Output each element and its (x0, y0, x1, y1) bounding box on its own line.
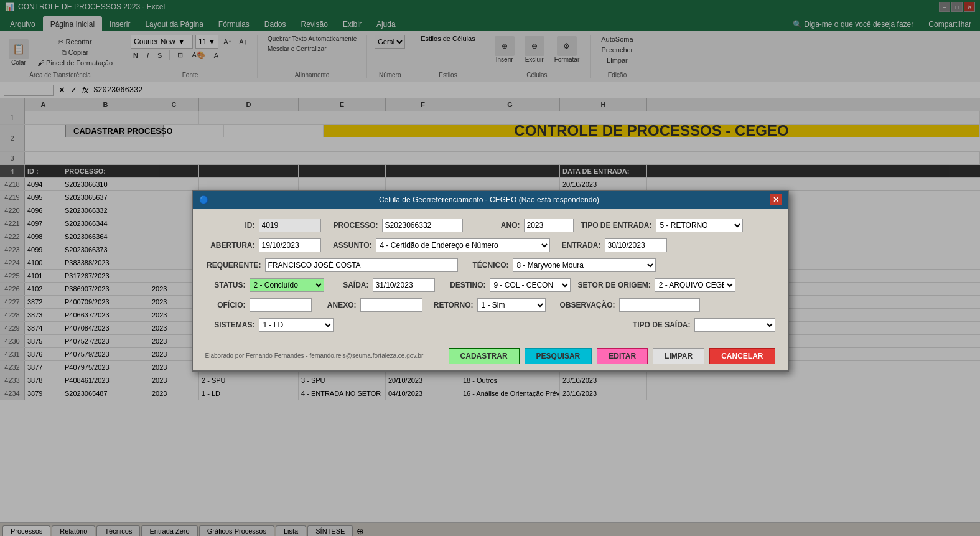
anexo-label: ANEXO: (319, 301, 357, 309)
sistemas-select[interactable]: 1 - LD 2 - SIGPRE (259, 318, 334, 332)
processo-input[interactable] (382, 219, 463, 232)
ano-input[interactable] (524, 219, 574, 232)
entrada-label: ENTRADA: (558, 241, 601, 250)
destino-select[interactable]: 9 - COL - CECON 1 - COL (490, 278, 571, 292)
retorno-group: RETORNO: 1 - Sim 2 - Não (430, 298, 546, 312)
tecnico-label: TÉCNICO: (465, 261, 509, 270)
form-row-3: REQUERENTE: TÉCNICO: 8 - Maryvone Moura … (205, 258, 775, 272)
pesquisar-btn[interactable]: PESQUISAR (525, 348, 592, 364)
observacao-input[interactable] (619, 298, 700, 312)
assunto-select[interactable]: 4 - Certidão de Endereço e Número 1 - Ce… (376, 238, 550, 252)
requerente-group: REQUERENTE: (205, 258, 458, 272)
tipo-entrada-label: TIPO DE ENTRADA: (581, 221, 652, 230)
id-label: ID: (205, 221, 255, 230)
tipo-entrada-select[interactable]: 5 - RETORNO 1 - ENTRADA 2 - NOVO (656, 219, 743, 232)
status-group: STATUS: 2 - Concluído 1 - Pendente (205, 278, 324, 292)
sistemas-label: SISTEMAS: (205, 321, 255, 329)
oficio-input[interactable] (250, 298, 312, 312)
tipo-entrada-group: TIPO DE ENTRADA: 5 - RETORNO 1 - ENTRADA… (581, 219, 743, 232)
limpar-btn[interactable]: LIMPAR (653, 348, 704, 364)
ano-label: ANO: (470, 221, 520, 230)
dialog-footer: Elaborado por Fernando Fernandes - ferna… (193, 343, 788, 370)
setor-origem-label: SETOR DE ORIGEM: (578, 281, 651, 289)
anexo-input[interactable] (360, 298, 422, 312)
id-group: ID: (205, 219, 321, 232)
footer-credit: Elaborado por Fernando Fernandes - ferna… (205, 352, 424, 359)
status-select[interactable]: 2 - Concluído 1 - Pendente (250, 278, 324, 292)
saida-group: SAÍDA: (332, 278, 435, 292)
tecnico-group: TÉCNICO: 8 - Maryvone Moura 1 - Técnico … (465, 258, 656, 272)
tipo-saida-select[interactable] (694, 318, 775, 332)
setor-origem-group: SETOR DE ORIGEM: 2 - ARQUIVO CEGEO 1 - A… (578, 278, 735, 292)
dialog-body: ID: PROCESSO: ANO: TIPO DE ENTRADA: 5 - … (193, 209, 788, 343)
tipo-saida-group: TIPO DE SAÍDA: (628, 318, 775, 332)
entrada-input[interactable] (605, 238, 667, 252)
destino-group: DESTINO: 9 - COL - CECON 1 - COL (442, 278, 571, 292)
processo-group: PROCESSO: (329, 219, 463, 232)
abertura-group: ABERTURA: (205, 238, 321, 252)
dialog-overlay: 🔵 Célula de Georreferenciamento - CEGEO … (0, 0, 980, 536)
saida-input[interactable] (373, 278, 435, 292)
cadastrar-btn[interactable]: CADASTRAR (449, 348, 520, 364)
abertura-label: ABERTURA: (205, 241, 255, 250)
cancelar-btn[interactable]: CANCELAR (709, 348, 775, 364)
form-row-2: ABERTURA: ASSUNTO: 4 - Certidão de Ender… (205, 238, 775, 252)
dialog-close-btn[interactable]: ✕ (770, 194, 782, 205)
retorno-select[interactable]: 1 - Sim 2 - Não (477, 298, 546, 312)
dialog-title-text: Célula de Georreferenciamento - CEGEO (N… (379, 195, 599, 204)
form-row-4: STATUS: 2 - Concluído 1 - Pendente SAÍDA… (205, 278, 775, 292)
observacao-group: OBSERVAÇÃO: (553, 298, 700, 312)
oficio-label: OFÍCIO: (205, 301, 246, 309)
editar-btn[interactable]: EDITAR (597, 348, 648, 364)
form-row-1: ID: PROCESSO: ANO: TIPO DE ENTRADA: 5 - … (205, 219, 775, 232)
oficio-group: OFÍCIO: (205, 298, 312, 312)
id-input[interactable] (259, 219, 321, 232)
destino-label: DESTINO: (442, 281, 486, 289)
dialog-title-bar: 🔵 Célula de Georreferenciamento - CEGEO … (193, 191, 788, 209)
assunto-group: ASSUNTO: 4 - Certidão de Endereço e Núme… (329, 238, 550, 252)
dialog-box: 🔵 Célula de Georreferenciamento - CEGEO … (192, 190, 789, 372)
form-row-6: SISTEMAS: 1 - LD 2 - SIGPRE TIPO DE SAÍD… (205, 318, 775, 332)
abertura-input[interactable] (259, 238, 321, 252)
form-row-5: OFÍCIO: ANEXO: RETORNO: 1 - Sim 2 - Não … (205, 298, 775, 312)
anexo-group: ANEXO: (319, 298, 422, 312)
observacao-label: OBSERVAÇÃO: (553, 301, 615, 309)
tipo-saida-label: TIPO DE SAÍDA: (628, 321, 691, 329)
saida-label: SAÍDA: (332, 281, 369, 289)
dialog-buttons: CADASTRAR PESQUISAR EDITAR LIMPAR CANCEL… (449, 348, 775, 364)
retorno-label: RETORNO: (430, 301, 474, 309)
status-label: STATUS: (205, 281, 246, 289)
requerente-input[interactable] (265, 258, 458, 272)
ano-group: ANO: (470, 219, 574, 232)
assunto-label: ASSUNTO: (329, 241, 372, 250)
sistemas-group: SISTEMAS: 1 - LD 2 - SIGPRE (205, 318, 334, 332)
dialog-title-icon: 🔵 (199, 195, 208, 204)
requerente-label: REQUERENTE: (205, 261, 261, 270)
entrada-group: ENTRADA: (558, 238, 667, 252)
processo-label: PROCESSO: (329, 221, 378, 230)
tecnico-select[interactable]: 8 - Maryvone Moura 1 - Técnico A (513, 258, 656, 272)
setor-origem-select[interactable]: 2 - ARQUIVO CEGEO 1 - ARQUIVO GERAL (655, 278, 735, 292)
